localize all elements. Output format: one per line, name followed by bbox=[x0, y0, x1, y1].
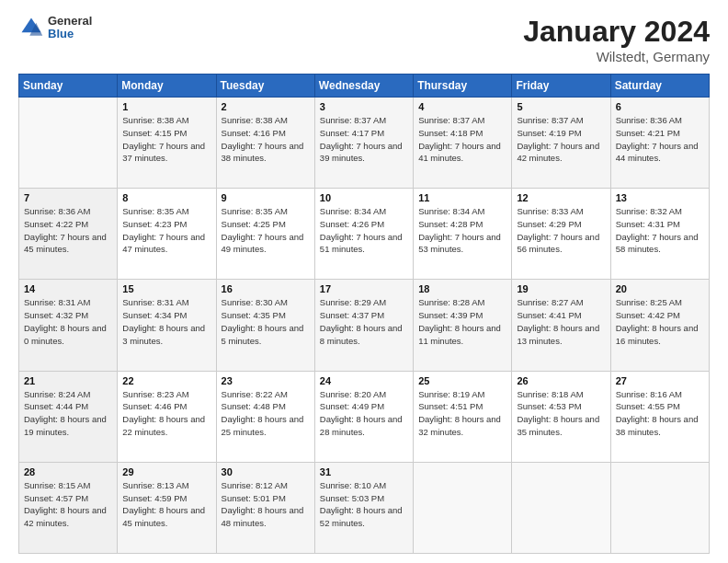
page: General Blue January 2024 Wilstedt, Germ… bbox=[0, 0, 728, 563]
day-number: 21 bbox=[24, 375, 112, 386]
day-number: 19 bbox=[517, 283, 605, 294]
day-number: 24 bbox=[320, 375, 408, 386]
calendar-cell: 25Sunrise: 8:19 AMSunset: 4:51 PMDayligh… bbox=[414, 371, 512, 462]
column-header-thursday: Thursday bbox=[414, 75, 512, 98]
calendar-cell: 26Sunrise: 8:18 AMSunset: 4:53 PMDayligh… bbox=[512, 371, 610, 462]
week-row-3: 21Sunrise: 8:24 AMSunset: 4:44 PMDayligh… bbox=[19, 371, 710, 462]
day-info: Sunrise: 8:10 AMSunset: 5:03 PMDaylight:… bbox=[320, 479, 408, 530]
calendar-cell: 10Sunrise: 8:34 AMSunset: 4:26 PMDayligh… bbox=[314, 189, 413, 280]
day-info: Sunrise: 8:20 AMSunset: 4:49 PMDaylight:… bbox=[320, 388, 408, 439]
column-header-saturday: Saturday bbox=[610, 75, 709, 98]
calendar-cell: 14Sunrise: 8:31 AMSunset: 4:32 PMDayligh… bbox=[19, 280, 118, 371]
day-info: Sunrise: 8:28 AMSunset: 4:39 PMDaylight:… bbox=[418, 296, 506, 347]
header: General Blue January 2024 Wilstedt, Germ… bbox=[18, 15, 710, 64]
day-number: 10 bbox=[320, 192, 408, 203]
logo: General Blue bbox=[18, 15, 92, 41]
calendar-cell: 3Sunrise: 8:37 AMSunset: 4:17 PMDaylight… bbox=[314, 98, 413, 189]
calendar-cell bbox=[512, 462, 610, 553]
day-number: 5 bbox=[517, 101, 605, 112]
day-number: 26 bbox=[517, 375, 605, 386]
column-header-friday: Friday bbox=[512, 75, 610, 98]
calendar-cell: 30Sunrise: 8:12 AMSunset: 5:01 PMDayligh… bbox=[216, 462, 314, 553]
day-number: 30 bbox=[222, 466, 310, 477]
week-row-1: 7Sunrise: 8:36 AMSunset: 4:22 PMDaylight… bbox=[19, 189, 710, 280]
calendar-cell: 23Sunrise: 8:22 AMSunset: 4:48 PMDayligh… bbox=[216, 371, 314, 462]
day-number: 13 bbox=[616, 192, 704, 203]
day-number: 11 bbox=[418, 192, 506, 203]
day-info: Sunrise: 8:35 AMSunset: 4:25 PMDaylight:… bbox=[222, 205, 310, 256]
day-info: Sunrise: 8:33 AMSunset: 4:29 PMDaylight:… bbox=[517, 205, 605, 256]
calendar-cell: 2Sunrise: 8:38 AMSunset: 4:16 PMDaylight… bbox=[216, 98, 314, 189]
calendar-cell: 21Sunrise: 8:24 AMSunset: 4:44 PMDayligh… bbox=[19, 371, 118, 462]
logo-text: General Blue bbox=[48, 15, 92, 41]
calendar-cell: 8Sunrise: 8:35 AMSunset: 4:23 PMDaylight… bbox=[118, 189, 216, 280]
day-number: 25 bbox=[418, 375, 506, 386]
column-header-wednesday: Wednesday bbox=[314, 75, 413, 98]
day-number: 12 bbox=[517, 192, 605, 203]
calendar-cell: 5Sunrise: 8:37 AMSunset: 4:19 PMDaylight… bbox=[512, 98, 610, 189]
calendar-cell: 15Sunrise: 8:31 AMSunset: 4:34 PMDayligh… bbox=[118, 280, 216, 371]
day-number: 27 bbox=[616, 375, 704, 386]
column-header-sunday: Sunday bbox=[19, 75, 118, 98]
calendar-cell: 9Sunrise: 8:35 AMSunset: 4:25 PMDaylight… bbox=[216, 189, 314, 280]
day-info: Sunrise: 8:31 AMSunset: 4:34 PMDaylight:… bbox=[122, 296, 210, 347]
day-info: Sunrise: 8:37 AMSunset: 4:17 PMDaylight:… bbox=[320, 114, 408, 165]
logo-icon bbox=[18, 15, 44, 40]
day-info: Sunrise: 8:15 AMSunset: 4:57 PMDaylight:… bbox=[24, 479, 112, 530]
calendar-cell bbox=[414, 462, 512, 553]
column-header-monday: Monday bbox=[118, 75, 216, 98]
calendar-cell: 24Sunrise: 8:20 AMSunset: 4:49 PMDayligh… bbox=[314, 371, 413, 462]
calendar-subtitle: Wilstedt, Germany bbox=[523, 49, 710, 64]
title-block: January 2024 Wilstedt, Germany bbox=[523, 15, 710, 64]
day-info: Sunrise: 8:12 AMSunset: 5:01 PMDaylight:… bbox=[222, 479, 310, 530]
calendar-cell: 16Sunrise: 8:30 AMSunset: 4:35 PMDayligh… bbox=[216, 280, 314, 371]
day-number: 28 bbox=[24, 466, 112, 477]
calendar-cell: 31Sunrise: 8:10 AMSunset: 5:03 PMDayligh… bbox=[314, 462, 413, 553]
day-info: Sunrise: 8:32 AMSunset: 4:31 PMDaylight:… bbox=[616, 205, 704, 256]
day-number: 16 bbox=[222, 283, 310, 294]
day-info: Sunrise: 8:34 AMSunset: 4:28 PMDaylight:… bbox=[418, 205, 506, 256]
day-number: 31 bbox=[320, 466, 408, 477]
day-number: 4 bbox=[418, 101, 506, 112]
header-row: SundayMondayTuesdayWednesdayThursdayFrid… bbox=[19, 75, 710, 98]
day-info: Sunrise: 8:34 AMSunset: 4:26 PMDaylight:… bbox=[320, 205, 408, 256]
day-info: Sunrise: 8:38 AMSunset: 4:16 PMDaylight:… bbox=[222, 114, 310, 165]
day-number: 17 bbox=[320, 283, 408, 294]
day-number: 23 bbox=[222, 375, 310, 386]
day-info: Sunrise: 8:30 AMSunset: 4:35 PMDaylight:… bbox=[222, 296, 310, 347]
day-info: Sunrise: 8:35 AMSunset: 4:23 PMDaylight:… bbox=[122, 205, 210, 256]
day-number: 14 bbox=[24, 283, 112, 294]
calendar-cell: 22Sunrise: 8:23 AMSunset: 4:46 PMDayligh… bbox=[118, 371, 216, 462]
day-info: Sunrise: 8:37 AMSunset: 4:18 PMDaylight:… bbox=[418, 114, 506, 165]
day-info: Sunrise: 8:29 AMSunset: 4:37 PMDaylight:… bbox=[320, 296, 408, 347]
day-info: Sunrise: 8:24 AMSunset: 4:44 PMDaylight:… bbox=[24, 388, 112, 439]
calendar-cell: 12Sunrise: 8:33 AMSunset: 4:29 PMDayligh… bbox=[512, 189, 610, 280]
day-number: 3 bbox=[320, 101, 408, 112]
logo-blue: Blue bbox=[48, 28, 92, 40]
day-info: Sunrise: 8:22 AMSunset: 4:48 PMDaylight:… bbox=[222, 388, 310, 439]
calendar-cell: 20Sunrise: 8:25 AMSunset: 4:42 PMDayligh… bbox=[610, 280, 709, 371]
day-info: Sunrise: 8:25 AMSunset: 4:42 PMDaylight:… bbox=[616, 296, 704, 347]
calendar-cell: 13Sunrise: 8:32 AMSunset: 4:31 PMDayligh… bbox=[610, 189, 709, 280]
calendar-cell bbox=[19, 98, 118, 189]
day-number: 29 bbox=[122, 466, 210, 477]
day-info: Sunrise: 8:37 AMSunset: 4:19 PMDaylight:… bbox=[517, 114, 605, 165]
calendar-cell bbox=[610, 462, 709, 553]
calendar-cell: 1Sunrise: 8:38 AMSunset: 4:15 PMDaylight… bbox=[118, 98, 216, 189]
day-number: 18 bbox=[418, 283, 506, 294]
calendar-cell: 4Sunrise: 8:37 AMSunset: 4:18 PMDaylight… bbox=[414, 98, 512, 189]
day-number: 6 bbox=[616, 101, 704, 112]
day-info: Sunrise: 8:27 AMSunset: 4:41 PMDaylight:… bbox=[517, 296, 605, 347]
day-info: Sunrise: 8:18 AMSunset: 4:53 PMDaylight:… bbox=[517, 388, 605, 439]
calendar-cell: 7Sunrise: 8:36 AMSunset: 4:22 PMDaylight… bbox=[19, 189, 118, 280]
day-info: Sunrise: 8:31 AMSunset: 4:32 PMDaylight:… bbox=[24, 296, 112, 347]
week-row-2: 14Sunrise: 8:31 AMSunset: 4:32 PMDayligh… bbox=[19, 280, 710, 371]
calendar-cell: 29Sunrise: 8:13 AMSunset: 4:59 PMDayligh… bbox=[118, 462, 216, 553]
day-number: 2 bbox=[222, 101, 310, 112]
day-info: Sunrise: 8:23 AMSunset: 4:46 PMDaylight:… bbox=[122, 388, 210, 439]
day-number: 20 bbox=[616, 283, 704, 294]
calendar-table: SundayMondayTuesdayWednesdayThursdayFrid… bbox=[18, 74, 710, 554]
day-info: Sunrise: 8:16 AMSunset: 4:55 PMDaylight:… bbox=[616, 388, 704, 439]
day-number: 22 bbox=[122, 375, 210, 386]
calendar-cell: 18Sunrise: 8:28 AMSunset: 4:39 PMDayligh… bbox=[414, 280, 512, 371]
